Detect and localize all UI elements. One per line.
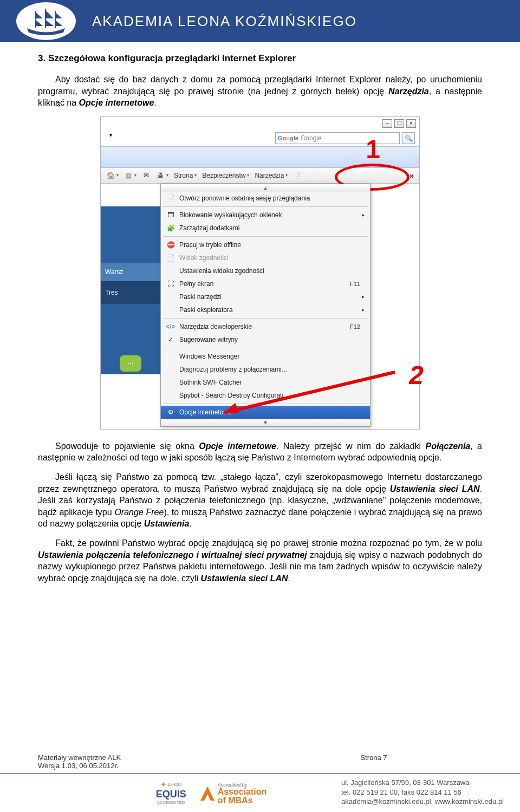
logo bbox=[16, 2, 76, 40]
ship-icon bbox=[24, 7, 68, 36]
safety-label: Bezpieczeństw bbox=[202, 172, 245, 179]
contact-phone: tel. 022 519 21 00, faks 022 814 11 56 bbox=[341, 788, 504, 797]
footer-divider bbox=[0, 773, 520, 774]
term-polaczenia: Połączenia bbox=[426, 441, 471, 451]
ie-screenshot: – ☐ × ▾ Google Google 🔍 🏠▾ ▦▾ ✉ 🖶▾ Stron… bbox=[100, 116, 420, 430]
print-icon: 🖶 bbox=[156, 171, 165, 180]
feed-icon: ▦ bbox=[124, 171, 133, 180]
menu-item-popup-blocker[interactable]: 🗖Blokowanie wyskakujących okienek▸ bbox=[161, 209, 370, 222]
page-number: Strona 7 bbox=[325, 753, 422, 770]
menu-item-spybot[interactable]: Spybot - Search Destroy Configurati bbox=[161, 389, 370, 402]
search-input[interactable]: Google Google bbox=[275, 132, 400, 144]
tools-dropdown-menu: ▴ 📄Otwórz ponownie ostatnią sesję przegl… bbox=[160, 184, 370, 427]
amba-line2: Association bbox=[218, 788, 267, 796]
shortcut-f12: F12 bbox=[350, 323, 360, 330]
contact-address: ul. Jagiellońska 57/59, 03-301 Warszawa bbox=[341, 778, 504, 788]
help-icon: ❔ bbox=[293, 171, 302, 180]
equis-sub: ACCREDITED bbox=[157, 800, 185, 805]
header-title: AKADEMIA LEONA KOŹMIŃSKIEGO bbox=[92, 13, 357, 30]
p4-text-a: Fakt, że powinni Państwo wybrać opcję zn… bbox=[55, 538, 482, 548]
efmd-label: EFMD bbox=[168, 782, 182, 787]
shortcut-f11: F11 bbox=[350, 281, 360, 287]
annotation-marker-2: 2 bbox=[409, 360, 424, 390]
menu-scroll-down[interactable]: ▾ bbox=[161, 419, 370, 426]
page-menu[interactable]: Strona ▾ bbox=[174, 172, 197, 179]
page-background-strip: Warsz Tres ⋯ bbox=[101, 206, 160, 401]
annotation-marker-1: 1 bbox=[366, 134, 380, 164]
menu-item-manage-addons[interactable]: 🧩Zarządzaj dodatkami bbox=[161, 222, 370, 235]
devtools-icon: </> bbox=[166, 322, 175, 331]
menu-item-sothink[interactable]: Sothink SWF Catcher bbox=[161, 376, 370, 389]
dot: . bbox=[288, 574, 290, 583]
amba-icon bbox=[200, 787, 214, 801]
amba-badge: Accredited by Association of MBAs bbox=[200, 782, 267, 805]
footer-left: Materiały wewnętrzne ALK Wersja 1.03, 06… bbox=[38, 753, 121, 770]
dot: . bbox=[154, 98, 156, 107]
paragraph-1: Aby dostać się do baz danych z domu za p… bbox=[38, 74, 482, 109]
safety-menu[interactable]: Bezpieczeństw▾ bbox=[202, 172, 249, 179]
term-lan: Ustawienia sieci LAN bbox=[390, 484, 480, 493]
command-bar: 🏠▾ ▦▾ ✉ 🖶▾ Strona ▾ Bezpieczeństw▾ Narzę… bbox=[101, 168, 419, 184]
menu-item-explorer-bars[interactable]: Paski eksploratora▸ bbox=[161, 303, 370, 316]
options-icon: ⚙ bbox=[166, 408, 175, 417]
term-lan-2: Ustawienia sieci LAN bbox=[201, 574, 288, 583]
maximize-button[interactable]: ☐ bbox=[394, 119, 404, 128]
page-label: Strona bbox=[174, 172, 193, 179]
footer-version: Wersja 1.03, 06.05.2012r. bbox=[38, 762, 121, 770]
tools-menu[interactable]: Narzędzia ▾ bbox=[255, 172, 288, 179]
minimize-button[interactable]: – bbox=[382, 119, 392, 128]
menu-item-compat-view[interactable]: 📄Widok zgodności bbox=[161, 251, 370, 264]
close-button[interactable]: × bbox=[406, 119, 416, 128]
amba-line3: of MBAs bbox=[218, 796, 267, 805]
paragraph-3: Jeśli łączą się Państwo za pomocą tzw. „… bbox=[38, 471, 482, 530]
fullscreen-icon: ⛶ bbox=[166, 280, 175, 288]
menu-item-suggested-sites[interactable]: ✓Sugerowane witryny bbox=[161, 333, 370, 346]
tools-label: Narzędzia bbox=[255, 172, 284, 179]
menu-item-diagnose[interactable]: Diagnozuj problemy z połączeniami… bbox=[161, 363, 370, 376]
menu-scroll-up[interactable]: ▴ bbox=[161, 184, 370, 192]
mail-icon: ✉ bbox=[142, 171, 151, 180]
help-button[interactable]: ❔ bbox=[293, 171, 302, 180]
footer-doc-title: Materiały wewnętrzne ALK bbox=[38, 753, 121, 762]
term-dialup: Ustawienia połączenia telefonicznego i w… bbox=[38, 550, 307, 560]
dot: . bbox=[189, 519, 191, 528]
term-opcje-2: Opcje internetowe bbox=[199, 441, 276, 451]
menu-item-fullscreen[interactable]: ⛶Pełny ekranF11 bbox=[161, 277, 370, 290]
print-button[interactable]: 🖶▾ bbox=[156, 171, 168, 180]
overflow-icon[interactable]: » bbox=[410, 171, 414, 180]
reopen-icon: 📄 bbox=[166, 194, 175, 203]
contact-block: ul. Jagiellońska 57/59, 03-301 Warszawa … bbox=[341, 778, 504, 807]
p2-text-b: . Należy przejść w nim do zakładki bbox=[276, 441, 426, 451]
menu-item-toolbars[interactable]: Paski narzędzi▸ bbox=[161, 290, 370, 303]
menu-item-devtools[interactable]: </>Narzędzia deweloperskieF12 bbox=[161, 320, 370, 333]
mail-button[interactable]: ✉ bbox=[142, 171, 151, 180]
offline-icon: ⛔ bbox=[166, 241, 175, 249]
compat-icon: 📄 bbox=[166, 254, 175, 262]
p2-text-a: Spowoduje to pojawienie się okna bbox=[55, 441, 199, 451]
search-button[interactable]: 🔍 bbox=[402, 132, 415, 144]
window-controls: – ☐ × bbox=[101, 117, 419, 130]
paragraph-2: Spowoduje to pojawienie się okna Opcje i… bbox=[38, 440, 482, 464]
content: 3. Szczegółowa konfiguracja przeglądarki… bbox=[0, 42, 520, 584]
menu-item-internet-options[interactable]: ⚙Opcje internetowe bbox=[161, 406, 370, 419]
search-placeholder: Google bbox=[301, 134, 322, 142]
popup-icon: 🗖 bbox=[166, 211, 175, 219]
home-button[interactable]: 🏠▾ bbox=[106, 171, 119, 180]
menu-item-reopen-session[interactable]: 📄Otwórz ponownie ostatnią sesję przegląd… bbox=[161, 192, 370, 205]
term-opcje-internetowe: Opcje internetowe bbox=[79, 98, 154, 107]
menu-item-messenger[interactable]: Windows Messenger bbox=[161, 350, 370, 363]
feeds-button[interactable]: ▦▾ bbox=[124, 171, 136, 180]
google-icon: Google bbox=[278, 135, 298, 141]
term-ustawienia: Ustawienia bbox=[144, 519, 190, 528]
accreditations: ✦EFMD EQUIS ACCREDITED Accredited by Ass… bbox=[156, 780, 267, 805]
bg-label-tres: Tres bbox=[101, 281, 160, 304]
menu-item-compat-settings[interactable]: Ustawienia widoku zgodności bbox=[161, 264, 370, 277]
paragraph-4: Fakt, że powinni Państwo wybrać opcję zn… bbox=[38, 537, 482, 584]
dropdown-icon[interactable]: ▾ bbox=[109, 132, 112, 144]
bg-label-warsz: Warsz bbox=[101, 263, 160, 281]
check-icon: ✓ bbox=[166, 335, 175, 344]
addons-icon: 🧩 bbox=[166, 224, 175, 232]
menu-item-work-offline[interactable]: ⛔Pracuj w trybie offline bbox=[161, 238, 370, 251]
menu-area: Warsz Tres ⋯ ▴ 📄Otwórz ponownie ostatnią… bbox=[101, 184, 419, 429]
svg-marker-5 bbox=[200, 787, 214, 801]
